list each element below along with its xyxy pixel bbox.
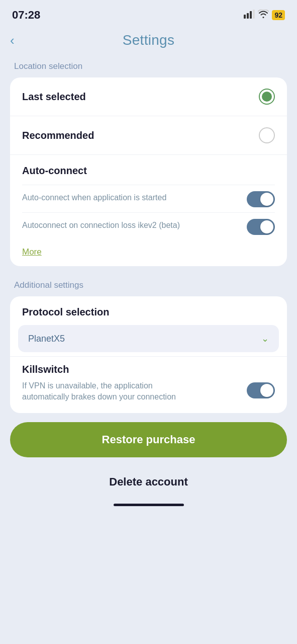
status-icons: 92	[244, 10, 285, 21]
page-title: Settings	[123, 32, 175, 48]
toggle-knob-killswitch	[260, 384, 273, 397]
recommended-radio[interactable]	[259, 127, 275, 143]
toggle-knob-2	[260, 220, 273, 233]
killswitch-toggle[interactable]	[247, 382, 275, 398]
killswitch-title: Killswitch	[22, 364, 275, 375]
recommended-label: Recommended	[22, 130, 94, 141]
status-time: 07:28	[12, 9, 40, 22]
last-selected-radio[interactable]	[259, 89, 275, 105]
killswitch-row: If VPN is unavailable, the application a…	[22, 380, 275, 403]
autoconnect-start-row: Auto-connect when application is started	[22, 185, 275, 212]
svg-rect-3	[253, 10, 255, 19]
recommended-row[interactable]: Recommended	[10, 116, 287, 155]
additional-settings-label: Additional settings	[0, 275, 297, 294]
back-button[interactable]: ‹	[10, 33, 15, 48]
autoconnect-start-text: Auto-connect when application is started	[22, 190, 166, 203]
protocol-value: PlanetX5	[28, 334, 65, 344]
location-selection-card: Last selected Recommended Auto-connect A…	[10, 77, 287, 266]
killswitch-description: If VPN is unavailable, the application a…	[22, 380, 193, 403]
signal-icon	[244, 10, 255, 21]
autoconnect-loss-row: Autoconnect on connection loss ikev2 (be…	[22, 212, 275, 240]
more-link[interactable]: More	[22, 240, 42, 266]
killswitch-section: Killswitch If VPN is unavailable, the ap…	[10, 356, 287, 413]
svg-rect-1	[247, 13, 249, 19]
last-selected-label: Last selected	[22, 91, 86, 103]
autoconnect-start-toggle[interactable]	[247, 191, 275, 207]
svg-rect-2	[250, 11, 252, 19]
toggle-knob-1	[260, 193, 273, 206]
protocol-selection-title: Protocol selection	[10, 296, 287, 325]
additional-settings-card: Protocol selection PlanetX5 ⌄ Killswitch…	[10, 296, 287, 413]
protocol-dropdown[interactable]: PlanetX5 ⌄	[18, 325, 279, 352]
delete-account-link[interactable]: Delete account	[0, 467, 297, 499]
wifi-icon	[258, 10, 269, 21]
home-indicator	[114, 504, 184, 506]
chevron-down-icon: ⌄	[261, 333, 269, 344]
autoconnect-section: Auto-connect Auto-connect when applicati…	[10, 155, 287, 266]
location-section-label: Location selection	[0, 56, 297, 75]
autoconnect-title: Auto-connect	[22, 165, 275, 177]
last-selected-row[interactable]: Last selected	[10, 77, 287, 116]
restore-purchase-button[interactable]: Restore purchase	[10, 422, 287, 457]
autoconnect-loss-text: Autoconnect on connection loss ikev2 (be…	[22, 218, 180, 231]
svg-rect-0	[244, 15, 246, 19]
status-bar: 07:28 92	[0, 0, 297, 26]
autoconnect-loss-toggle[interactable]	[247, 219, 275, 235]
battery-badge: 92	[272, 10, 285, 20]
radio-inner-selected	[262, 92, 272, 102]
header: ‹ Settings	[0, 26, 297, 56]
